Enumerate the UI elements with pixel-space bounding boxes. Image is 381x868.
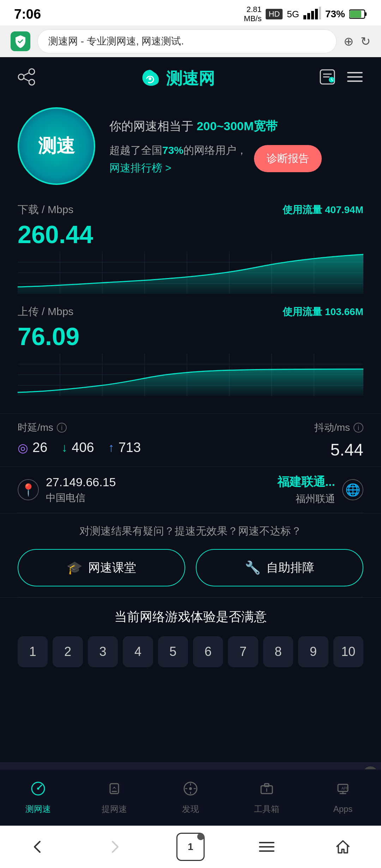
speed-row2: 超越了全国73%的网络用户， 网速排行榜 > 诊断报告 bbox=[109, 142, 363, 175]
nav-apps-icon: APP bbox=[335, 782, 351, 801]
speed-description: 你的网速相当于 200~300M宽带 bbox=[109, 117, 363, 135]
nav-boost-label: 提网速 bbox=[102, 803, 127, 815]
back-button[interactable] bbox=[24, 833, 52, 861]
upload-value: 76.09 bbox=[18, 323, 363, 351]
upload-chart-row: 上传 / Mbps 使用流量 103.66M 76.09 bbox=[18, 305, 363, 396]
remote-isp-details: 福建联通... 福州联通 bbox=[277, 474, 335, 506]
refresh-icon[interactable]: ↻ bbox=[361, 34, 370, 48]
header-logo: 测速网 bbox=[139, 68, 215, 90]
latency-up-value: 713 bbox=[119, 440, 141, 455]
rating-buttons: 1 2 3 4 5 6 7 8 9 10 bbox=[18, 636, 363, 667]
rating-btn-2[interactable]: 2 bbox=[53, 636, 83, 667]
rating-section: 当前网络游戏体验是否满意 1 2 3 4 5 6 7 8 9 10 bbox=[0, 597, 381, 678]
remote-isp-icon: 🌐 bbox=[342, 479, 363, 500]
status-bar: 7:06 2.81MB/s HD 5G 73% bbox=[0, 0, 381, 25]
system-menu-button[interactable] bbox=[253, 833, 281, 861]
history-icon[interactable] bbox=[319, 68, 336, 89]
bookmark-icon[interactable]: ⊕ bbox=[344, 34, 353, 48]
ping-icon: ◎ bbox=[18, 441, 28, 455]
jitter-info-icon[interactable]: i bbox=[353, 423, 363, 433]
rating-btn-9[interactable]: 9 bbox=[298, 636, 328, 667]
svg-rect-0 bbox=[303, 15, 306, 19]
battery-icon bbox=[349, 9, 367, 19]
battery: 73% bbox=[325, 8, 345, 20]
header-right bbox=[319, 68, 363, 89]
rating-btn-3[interactable]: 3 bbox=[88, 636, 118, 667]
speed-class-button[interactable]: 🎓 网速课堂 bbox=[18, 549, 185, 586]
rating-btn-7[interactable]: 7 bbox=[228, 636, 258, 667]
rating-btn-4[interactable]: 4 bbox=[123, 636, 153, 667]
ip-left: 📍 27.149.66.15 中国电信 bbox=[18, 475, 116, 505]
nav-item-boost[interactable]: 提网速 bbox=[76, 770, 152, 826]
speed-test-circle[interactable]: 测速 bbox=[18, 107, 95, 185]
download-label: 下载 / Mbps bbox=[18, 203, 73, 217]
nav-tools-label: 工具箱 bbox=[254, 803, 279, 815]
bottom-nav: 测网速 提网速 发现 工具箱 bbox=[0, 769, 381, 826]
nav-item-discover[interactable]: 发现 bbox=[152, 770, 229, 826]
logo-icon bbox=[139, 68, 161, 89]
upload-traffic: 使用流量 103.66M bbox=[283, 305, 363, 319]
rating-btn-1[interactable]: 1 bbox=[18, 636, 48, 667]
download-chart-header: 下载 / Mbps 使用流量 407.94M bbox=[18, 203, 363, 217]
self-help-button[interactable]: 🔧 自助排障 bbox=[196, 549, 363, 586]
self-help-label: 自助排障 bbox=[266, 560, 314, 576]
latency-down-icon: ↓ bbox=[61, 441, 67, 454]
rating-btn-8[interactable]: 8 bbox=[263, 636, 293, 667]
nav-item-tools[interactable]: 工具箱 bbox=[229, 770, 305, 826]
diagnose-button[interactable]: 诊断报告 bbox=[254, 145, 322, 172]
jitter-value: 5.44 bbox=[314, 440, 363, 459]
status-right: 2.81MB/s HD 5G 73% bbox=[244, 5, 367, 24]
status-time: 7:06 bbox=[14, 7, 41, 22]
speed-info: 你的网速相当于 200~300M宽带 超越了全国73%的网络用户， 网速排行榜 … bbox=[109, 117, 363, 175]
jitter-title: 抖动/ms i bbox=[314, 421, 363, 434]
ip-section: 📍 27.149.66.15 中国电信 福建联通... 福州联通 🌐 bbox=[0, 466, 381, 513]
speed-section: 测速 你的网速相当于 200~300M宽带 超越了全国73%的网络用户， 网速排… bbox=[0, 100, 381, 195]
menu-icon[interactable] bbox=[346, 70, 363, 88]
tabs-button[interactable]: 1 bbox=[176, 833, 205, 861]
svg-point-43 bbox=[37, 788, 39, 790]
rank-link[interactable]: 网速排行榜 > bbox=[109, 162, 171, 174]
action-buttons: 🎓 网速课堂 🔧 自助排障 bbox=[18, 549, 363, 586]
browser-actions: ⊕ ↻ bbox=[344, 34, 370, 48]
latency-up-icon: ↑ bbox=[108, 441, 114, 454]
forward-button[interactable] bbox=[100, 833, 128, 861]
hd-badge: HD bbox=[266, 9, 283, 19]
nav-tools-icon bbox=[259, 781, 274, 800]
download-chart bbox=[18, 252, 363, 294]
rating-btn-6[interactable]: 6 bbox=[193, 636, 223, 667]
share-icon[interactable] bbox=[18, 68, 35, 89]
question-section: 对测速结果有疑问？提速无效果？网速不达标？ 🎓 网速课堂 🔧 自助排障 bbox=[0, 513, 381, 597]
ip-isp: 中国电信 bbox=[46, 491, 116, 505]
latency-up: ↑ 713 bbox=[108, 440, 141, 455]
svg-line-12 bbox=[24, 78, 29, 81]
upload-chart-header: 上传 / Mbps 使用流量 103.66M bbox=[18, 305, 363, 319]
nav-speed-test-icon bbox=[30, 781, 46, 800]
remote-isp-city: 福州联通 bbox=[277, 492, 335, 506]
browser-url[interactable]: 测速网 - 专业测网速, 网速测试. bbox=[37, 29, 337, 53]
svg-rect-4 bbox=[319, 7, 321, 19]
nav-speed-test-label: 测网速 bbox=[25, 803, 51, 815]
speed-class-icon: 🎓 bbox=[67, 560, 83, 575]
self-help-icon: 🔧 bbox=[245, 560, 261, 575]
svg-rect-44 bbox=[110, 784, 119, 794]
nav-item-speed-test[interactable]: 测网速 bbox=[0, 770, 76, 826]
rating-btn-5[interactable]: 5 bbox=[158, 636, 188, 667]
signal-5g: 5G bbox=[287, 9, 299, 20]
network-speed: 2.81MB/s bbox=[244, 5, 261, 24]
logo-text: 测速网 bbox=[166, 68, 215, 90]
latency-down: ↓ 406 bbox=[61, 440, 94, 455]
nav-item-apps[interactable]: APP Apps bbox=[305, 770, 381, 826]
ip-right: 福建联通... 福州联通 🌐 bbox=[277, 474, 363, 506]
svg-rect-1 bbox=[307, 13, 310, 19]
app-header: 测速网 bbox=[0, 57, 381, 100]
browser-bar: 测速网 - 专业测网速, 网速测试. ⊕ ↻ bbox=[0, 25, 381, 57]
latency-info-icon[interactable]: i bbox=[57, 423, 67, 433]
latency-title: 时延/ms i bbox=[18, 421, 314, 434]
home-button[interactable] bbox=[329, 833, 357, 861]
svg-rect-49 bbox=[265, 784, 269, 786]
svg-text:APP: APP bbox=[341, 786, 349, 790]
upload-chart bbox=[18, 354, 363, 396]
upload-label: 上传 / Mbps bbox=[18, 305, 73, 319]
browser-shield-icon bbox=[11, 31, 30, 51]
rating-btn-10[interactable]: 10 bbox=[333, 636, 363, 667]
